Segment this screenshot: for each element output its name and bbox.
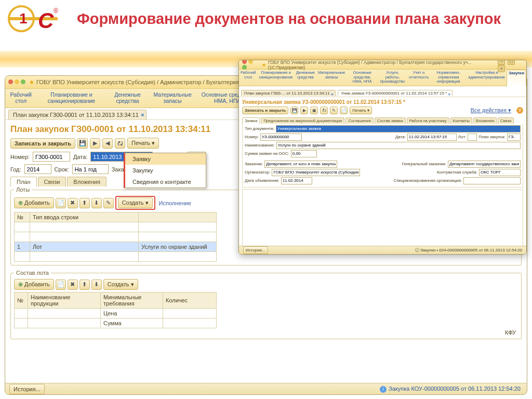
input-plan[interactable] xyxy=(507,134,521,141)
add-lot-button[interactable]: ⊕ Добавить xyxy=(14,197,54,208)
save-icon[interactable]: 💾 xyxy=(290,107,298,114)
refresh-icon[interactable]: 🗘 xyxy=(115,138,125,149)
col-min[interactable]: Минимальные требования xyxy=(101,292,163,309)
section-tab[interactable]: Материальные запасы xyxy=(316,70,347,86)
section-tab-active[interactable]: Закупки xyxy=(507,70,526,86)
section-tab[interactable]: Планирование и санкционирование xyxy=(37,89,107,108)
add-item-button[interactable]: ⊕ Добавить xyxy=(14,279,54,290)
section-tab[interactable]: Настройка и администрирование xyxy=(467,70,507,86)
subtab-plan[interactable]: План xyxy=(10,177,37,187)
subtab[interactable]: Состав заявки xyxy=(375,117,406,124)
execution-link[interactable]: Исполнение xyxy=(159,200,191,206)
table-row-empty[interactable] xyxy=(15,252,217,262)
subtab[interactable]: Контакты xyxy=(450,117,472,124)
unpost-icon[interactable]: ◀ xyxy=(102,138,113,149)
table-row[interactable]: Сумма xyxy=(15,318,217,328)
section-tab[interactable]: Нормативно-справочная информация xyxy=(430,70,467,86)
post-icon[interactable]: ▶ xyxy=(90,138,100,149)
menu-item-purchase[interactable]: Закупку xyxy=(125,165,206,176)
down-icon[interactable]: ⬇ xyxy=(91,280,102,290)
close-tab-icon[interactable]: × xyxy=(448,92,451,97)
input-balance[interactable] xyxy=(291,150,317,157)
traffic-lights[interactable] xyxy=(8,79,27,85)
secondary-window[interactable]: ★ ГОБУ ВПО Университет искусств (Субсиди… xyxy=(238,60,527,255)
input-spec[interactable] xyxy=(463,177,521,184)
section-tab[interactable]: Рабочий стол xyxy=(5,89,37,108)
col-type[interactable]: Тип ввода строки xyxy=(30,212,139,222)
input-name[interactable] xyxy=(276,142,521,149)
section-tab[interactable]: Планирование и санкционирование xyxy=(258,70,295,86)
up-icon[interactable]: ⬆ xyxy=(79,198,90,208)
section-tab[interactable]: Рабочий стол xyxy=(239,70,258,86)
subtab[interactable]: Связи xyxy=(498,117,514,124)
input-date2[interactable] xyxy=(281,177,312,184)
create-item-dropdown[interactable]: Создать ▾ xyxy=(103,279,138,290)
table-row-empty[interactable] xyxy=(15,232,217,242)
input-date[interactable] xyxy=(407,134,457,141)
subtab[interactable]: Работа на участнику xyxy=(407,117,449,124)
compose-table[interactable]: № Наименование продукции Минимальные тре… xyxy=(14,292,217,328)
lots-table[interactable]: № Тип ввода строки 1 Лот Услуги по охран… xyxy=(14,212,217,262)
icon[interactable]: ✎ xyxy=(330,107,338,114)
subtab-links[interactable]: Связи xyxy=(38,177,66,187)
document-tab-active[interactable]: Унив.заявка УЗ-000000000001 от 11.02.201… xyxy=(338,90,453,96)
print-button[interactable]: Печать ▾ xyxy=(350,107,371,114)
input-doctype[interactable] xyxy=(276,125,521,132)
input-general[interactable] xyxy=(448,161,521,168)
save-close-button[interactable]: Записать и закрыть xyxy=(10,138,75,149)
input-number[interactable] xyxy=(33,152,70,162)
menu-item-request[interactable]: Заявку xyxy=(125,153,206,165)
input-customer[interactable] xyxy=(264,161,337,168)
subtab[interactable]: Предложения на закупочной документации xyxy=(261,117,344,124)
col-qty[interactable]: Количес xyxy=(163,292,217,309)
print-button[interactable]: Печать ▾ xyxy=(127,138,159,149)
section-tab[interactable]: Услуги, работы, производство xyxy=(378,70,407,86)
save-close-button[interactable]: Записать и закрыть xyxy=(242,107,288,114)
subtab[interactable]: Вложения xyxy=(473,117,497,124)
sub-titlebar[interactable]: ★ ГОБУ ВПО Университет искусств (Субсиди… xyxy=(239,60,526,70)
delete-icon[interactable]: ✖ xyxy=(68,198,78,208)
input-org[interactable] xyxy=(272,169,360,176)
document-tab[interactable]: План закупок ГЗ00-0001 от 11.10.2013 13:… xyxy=(8,110,147,119)
save-icon[interactable]: 💾 xyxy=(77,138,88,149)
favorite-icon[interactable]: ★ xyxy=(262,62,266,68)
col-name[interactable]: Наименование продукции xyxy=(28,292,101,309)
all-actions-link[interactable]: Все действия ▾ xyxy=(471,107,511,114)
icon[interactable]: 🗘 xyxy=(320,107,328,114)
subtab-attach[interactable]: Вложения xyxy=(67,177,107,187)
col-empty[interactable] xyxy=(139,212,217,222)
input-contract[interactable] xyxy=(479,169,521,176)
input-year[interactable] xyxy=(24,164,51,174)
sub-subtabs[interactable]: Заявка Предложения на закупочной докумен… xyxy=(242,117,523,124)
input-term[interactable] xyxy=(72,164,109,174)
table-row[interactable]: Цена xyxy=(15,309,217,318)
col-n[interactable]: № xyxy=(15,212,30,222)
table-row-selected[interactable]: 1 Лот Услуги по охране зданий xyxy=(15,242,217,252)
close-tab-icon[interactable]: × xyxy=(331,92,334,97)
section-tab[interactable]: Денежные средства xyxy=(107,89,149,108)
icon[interactable]: ▣ xyxy=(310,107,318,114)
menu-item-contract[interactable]: Сведения о контракте xyxy=(125,176,206,188)
icon[interactable]: 📄 xyxy=(340,107,348,114)
sub-section-tabs[interactable]: Рабочий стол Планирование и санкциониров… xyxy=(239,70,526,86)
input-number[interactable] xyxy=(260,134,302,141)
delete-icon[interactable]: ✖ xyxy=(68,280,78,290)
copy-icon[interactable]: 📄 xyxy=(56,198,66,208)
create-context-menu[interactable]: Заявку Закупку Сведения о контракте xyxy=(124,153,206,188)
favorite-icon[interactable]: ★ xyxy=(29,79,34,86)
input-lot[interactable] xyxy=(468,134,477,141)
close-tab-icon[interactable]: × xyxy=(141,112,144,118)
section-tab[interactable]: Материальные запасы xyxy=(149,89,196,108)
copy-icon[interactable]: 📄 xyxy=(56,280,66,290)
table-row-empty[interactable] xyxy=(15,222,217,232)
post-icon[interactable]: ▶ xyxy=(300,107,308,114)
history-button[interactable]: История... xyxy=(9,384,45,394)
section-tab[interactable]: Учет и отчетность xyxy=(407,70,430,86)
up-icon[interactable]: ⬆ xyxy=(79,280,90,290)
col-n[interactable]: № xyxy=(15,292,28,309)
create-dropdown[interactable]: Создать ▾ xyxy=(118,197,153,208)
section-tab[interactable]: Денежные средства xyxy=(295,70,316,86)
document-tab[interactable]: План закупок ГЗ00-... от 11.10.2013 13:3… xyxy=(241,90,336,96)
down-icon[interactable]: ⬇ xyxy=(91,198,102,208)
subtab[interactable]: Соглашения xyxy=(345,117,373,124)
